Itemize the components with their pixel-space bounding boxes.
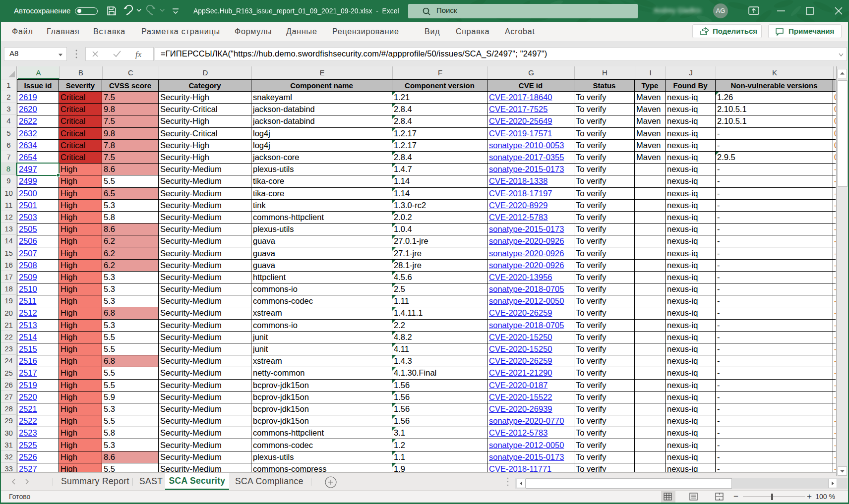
svg-text:fx: fx (135, 50, 142, 59)
